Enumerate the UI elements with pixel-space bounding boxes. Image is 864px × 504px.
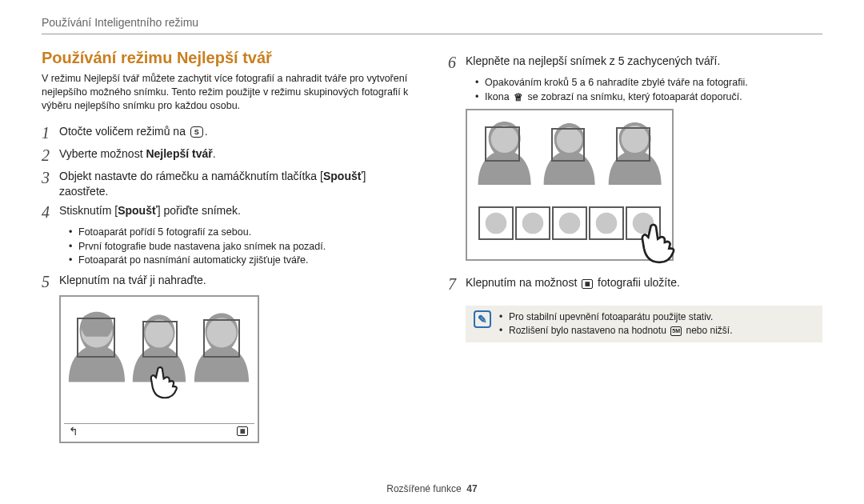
step-3: 3 Objekt nastavte do rámečku a namáčknut…: [42, 169, 416, 199]
step-2: 2 Vyberte možnost Nejlepší tvář.: [42, 146, 416, 164]
note-line: Rozlišení bylo nastaveno na hodnotu 5M n…: [499, 324, 733, 338]
step-text-post: .: [213, 147, 216, 160]
step-5: 5 Klepnutím na tvář ji nahraďte.: [42, 273, 416, 290]
svg-point-9: [596, 213, 618, 234]
step-text: Otočte voličem režimů na S.: [59, 124, 416, 139]
step-text-post: fotografii uložíte.: [594, 276, 680, 289]
bullet-text-pre: Ikona: [485, 91, 512, 102]
save-icon: ▦: [582, 279, 593, 289]
face-thumbnail: [478, 206, 514, 240]
step-text-post: .: [205, 125, 208, 138]
breadcrumb: Používání Inteligentního režimu: [42, 16, 822, 32]
step-6: 6 Klepněte na nejlepší snímek z 5 zachyc…: [448, 54, 822, 71]
face-thumbnail: [589, 206, 624, 240]
note-text-post: nebo nižší.: [683, 325, 732, 336]
face-thumbnail: [515, 206, 550, 240]
step-number: 3: [42, 169, 59, 186]
step-text-bold: Nejlepší tvář: [146, 147, 212, 160]
intro-text: V režimu Nejlepší tvář můžete zachytit v…: [42, 72, 416, 113]
step-4: 4 Stisknutím [Spoušť] pořiďte snímek.: [42, 203, 416, 221]
step-number: 2: [42, 146, 59, 164]
illustration-select-best: [466, 109, 674, 261]
bullet: První fotografie bude nastavena jako sní…: [69, 240, 416, 254]
save-icon: ▦: [237, 426, 248, 436]
step-text: Klepnutím na možnost ▦ fotografii uložít…: [466, 275, 822, 290]
step-text-pre: Objekt nastavte do rámečku a namáčknutím…: [59, 170, 323, 182]
bullet: Opakováním kroků 5 a 6 nahradíte zbylé t…: [475, 76, 822, 90]
svg-point-8: [559, 213, 581, 234]
left-column: Používání režimu Nejlepší tvář V režimu …: [42, 49, 416, 443]
face-thumbnail: [552, 206, 587, 240]
right-column: 6 Klepněte na nejlepší snímek z 5 zachyc…: [448, 49, 822, 443]
step-number: 4: [42, 203, 59, 221]
note-line: Pro stabilní upevnění fotoaparátu použij…: [499, 310, 733, 324]
step-7: 7 Klepnutím na možnost ▦ fotografii ulož…: [448, 275, 822, 293]
step-text: Klepněte na nejlepší snímek z 5 zachycen…: [466, 54, 822, 69]
step-text: Stisknutím [Spoušť] pořiďte snímek.: [59, 203, 416, 218]
step-text-bold: Spoušť: [118, 204, 158, 217]
step-number: 1: [42, 124, 59, 142]
page-number: 47: [466, 483, 477, 494]
svg-point-7: [522, 213, 544, 234]
step-text: Klepnutím na tvář ji nahraďte.: [59, 273, 416, 288]
page-footer: Rozšířené funkce 47: [0, 483, 864, 494]
step-text-pre: Stisknutím [: [59, 204, 118, 217]
illustration-tap-face: ↰ ▦: [59, 295, 259, 443]
back-icon: ↰: [69, 425, 78, 438]
footer-label: Rozšířené funkce: [386, 483, 461, 494]
bullet: Ikona ♕ se zobrazí na snímku, který foto…: [475, 90, 822, 105]
step-number: 5: [42, 273, 59, 290]
note-box: ✎ Pro stabilní upevnění fotoaparátu použ…: [466, 306, 822, 342]
note-icon: ✎: [474, 310, 491, 328]
step-text: Objekt nastavte do rámečku a namáčknutím…: [59, 169, 416, 199]
tap-hand-icon: [144, 364, 179, 399]
note-text-pre: Rozlišení bylo nastaveno na hodnotu: [509, 325, 669, 336]
bullet: Fotoaparát pořídí 5 fotografií za sebou.: [69, 226, 416, 240]
resolution-icon: 5M: [670, 326, 682, 336]
step-1: 1 Otočte voličem režimů na S.: [42, 124, 416, 142]
step-text: Vyberte možnost Nejlepší tvář.: [59, 146, 416, 162]
section-title: Používání režimu Nejlepší tvář: [42, 49, 416, 67]
step-number: 6: [448, 54, 466, 71]
step-text-bold: Spoušť: [323, 170, 363, 182]
crown-icon: ♕: [514, 93, 523, 102]
step-text-post: ] pořiďte snímek.: [158, 204, 241, 217]
step-text-pre: Otočte voličem režimů na: [59, 125, 189, 138]
illustration-toolbar: ↰ ▦: [64, 423, 254, 438]
bullet-text-post: se zobrazí na snímku, který fotoaparát d…: [525, 91, 742, 102]
person-silhouette-icon: [128, 302, 190, 423]
step-number: 7: [448, 275, 466, 293]
step-4-bullets: Fotoaparát pořídí 5 fotografií za sebou.…: [42, 226, 416, 268]
step-text-pre: Klepnutím na možnost: [466, 276, 580, 289]
mode-dial-icon: S: [190, 126, 203, 138]
step-6-bullets: Opakováním kroků 5 a 6 nahradíte zbylé t…: [448, 76, 822, 104]
svg-point-6: [486, 213, 507, 234]
divider: [42, 34, 822, 34]
step-text-pre: Vyberte možnost: [59, 147, 146, 160]
tap-hand-icon: [634, 221, 677, 264]
bullet: Fotoaparát po nasnímání automaticky zjiš…: [69, 254, 416, 268]
